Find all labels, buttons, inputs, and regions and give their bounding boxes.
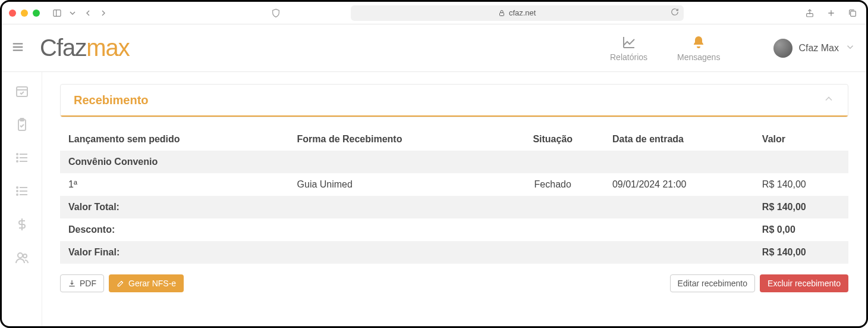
svg-point-30 xyxy=(23,254,27,258)
total-value: R$ 140,00 xyxy=(754,196,848,218)
nav-reports-label: Relatórios xyxy=(610,52,647,62)
logo: Cfazmax xyxy=(40,35,130,61)
close-window-button[interactable] xyxy=(9,10,16,17)
chevron-up-icon xyxy=(823,93,835,107)
total-row: Valor Total: R$ 140,00 xyxy=(60,196,848,218)
nav-messages-label: Mensagens xyxy=(677,52,720,62)
sidebar-dollar-icon[interactable] xyxy=(14,216,30,233)
sidebar-clipboard-icon[interactable] xyxy=(14,116,30,133)
body-row: Recebimento xyxy=(2,72,866,326)
logo-part2: max xyxy=(86,35,130,61)
svg-point-26 xyxy=(17,190,18,192)
cell-valor: R$ 140,00 xyxy=(754,173,848,196)
url-text: cfaz.net xyxy=(509,8,536,17)
logo-part1: Cfaz xyxy=(40,35,86,61)
group-row: Convênio Convenio xyxy=(60,151,848,173)
address-bar[interactable]: cfaz.net xyxy=(351,5,684,21)
user-name: Cfaz Max xyxy=(798,43,839,54)
svg-rect-0 xyxy=(54,10,61,16)
sidebar-calendar-icon[interactable] xyxy=(14,83,30,99)
th-situacao: Situação xyxy=(502,128,604,151)
final-row: Valor Final: R$ 140,00 xyxy=(60,241,848,264)
browser-titlebar: cfaz.net xyxy=(2,2,866,24)
share-icon[interactable] xyxy=(803,7,816,20)
discount-value: R$ 0,00 xyxy=(754,218,848,241)
cell-data: 09/01/2024 21:00 xyxy=(604,173,754,196)
th-data: Data de entrada xyxy=(604,128,754,151)
svg-rect-6 xyxy=(851,11,856,16)
svg-rect-12 xyxy=(17,87,27,96)
app-header: Cfazmax Relatórios Mensagens C xyxy=(2,24,866,72)
maximize-window-button[interactable] xyxy=(33,10,40,17)
chevron-down-icon xyxy=(845,42,856,55)
bell-icon xyxy=(691,35,706,50)
forward-button[interactable] xyxy=(97,7,110,20)
chevron-down-icon[interactable] xyxy=(66,7,79,20)
main-area: Recebimento xyxy=(42,72,866,326)
svg-point-25 xyxy=(17,187,18,188)
download-icon xyxy=(68,279,76,288)
edit-icon xyxy=(117,279,125,288)
edit-button-label: Editar recebimento xyxy=(678,279,748,288)
panel-header[interactable]: Recebimento xyxy=(61,85,848,117)
svg-point-27 xyxy=(17,194,18,195)
sidebar-list-icon[interactable] xyxy=(14,149,30,166)
cell-seq: 1ª xyxy=(60,173,289,196)
th-valor: Valor xyxy=(754,128,848,151)
header-nav: Relatórios Mensagens Cfaz Max xyxy=(610,35,856,62)
sidebar xyxy=(2,72,42,326)
svg-point-20 xyxy=(17,157,18,158)
action-bar: PDF Gerar NFS-e Editar recebimento Exclu… xyxy=(60,274,848,292)
cell-forma: Guia Unimed xyxy=(289,173,502,196)
discount-row: Desconto: R$ 0,00 xyxy=(60,218,848,241)
menu-toggle[interactable] xyxy=(7,36,29,61)
th-lancamento: Lançamento sem pedido xyxy=(60,128,289,151)
pdf-button-label: PDF xyxy=(80,279,96,288)
refresh-icon[interactable] xyxy=(671,8,679,18)
nfse-button-label: Gerar NFS-e xyxy=(128,279,176,288)
window-controls xyxy=(9,10,40,17)
table-row[interactable]: 1ª Guia Unimed Fechado 09/01/2024 21:00 … xyxy=(60,173,848,196)
chart-icon xyxy=(621,35,637,50)
user-menu[interactable]: Cfaz Max xyxy=(773,39,856,58)
minimize-window-button[interactable] xyxy=(21,10,28,17)
nav-messages[interactable]: Mensagens xyxy=(677,35,720,62)
new-tab-icon[interactable] xyxy=(825,7,838,20)
nav-reports[interactable]: Relatórios xyxy=(610,35,647,62)
discount-label: Desconto: xyxy=(60,218,754,241)
group-label: Convênio Convenio xyxy=(60,151,848,173)
total-label: Valor Total: xyxy=(60,196,754,218)
cell-situacao: Fechado xyxy=(502,173,604,196)
receipt-panel: Recebimento xyxy=(60,84,848,117)
svg-point-21 xyxy=(17,161,18,162)
svg-rect-2 xyxy=(499,13,504,15)
receipt-table: Lançamento sem pedido Forma de Recebimen… xyxy=(60,128,848,264)
svg-point-29 xyxy=(18,253,23,258)
back-button[interactable] xyxy=(81,7,95,20)
avatar xyxy=(773,39,792,58)
delete-button[interactable]: Excluir recebimento xyxy=(760,274,848,292)
delete-button-label: Excluir recebimento xyxy=(768,279,841,288)
app-content: Cfazmax Relatórios Mensagens C xyxy=(2,24,866,326)
shield-icon[interactable] xyxy=(269,7,282,20)
final-label: Valor Final: xyxy=(60,241,754,264)
lock-icon xyxy=(498,10,505,17)
table-header-row: Lançamento sem pedido Forma de Recebimen… xyxy=(60,128,848,151)
svg-point-19 xyxy=(17,154,18,155)
browser-window: cfaz.net Cfazmax xyxy=(0,0,868,328)
th-forma: Forma de Recebimento xyxy=(289,128,502,151)
sidebar-list2-icon[interactable] xyxy=(14,183,30,199)
final-value: R$ 140,00 xyxy=(754,241,848,264)
panel-title: Recebimento xyxy=(74,93,149,107)
nfse-button[interactable]: Gerar NFS-e xyxy=(109,274,184,292)
sidebar-toggle-icon[interactable] xyxy=(51,7,64,20)
pdf-button[interactable]: PDF xyxy=(60,274,104,292)
sidebar-users-icon[interactable] xyxy=(14,249,30,266)
edit-button[interactable]: Editar recebimento xyxy=(670,274,756,292)
tabs-icon[interactable] xyxy=(846,7,859,20)
